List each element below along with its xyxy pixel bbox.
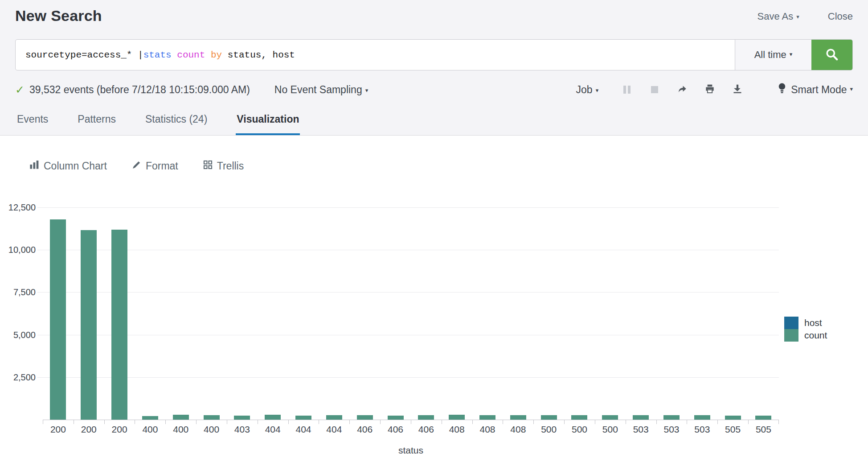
x-tick-label: 503	[656, 420, 687, 439]
bar-slot	[533, 208, 564, 420]
tab-statistics[interactable]: Statistics (24)	[144, 107, 208, 135]
axis-tick	[595, 420, 595, 424]
pause-icon	[628, 86, 631, 94]
print-icon	[704, 83, 715, 96]
bar-slot	[349, 208, 380, 420]
close-button[interactable]: Close	[828, 11, 853, 22]
chart-bar[interactable]	[510, 415, 526, 420]
x-axis-labels: 2002002004004004004034044044044064064064…	[43, 420, 779, 439]
x-tick-label: 406	[380, 420, 411, 439]
axis-tick	[380, 420, 381, 424]
chart-bar[interactable]	[694, 415, 710, 420]
bar-slot	[227, 208, 258, 420]
stop-button[interactable]	[645, 82, 664, 97]
y-tick-label: 12,500	[8, 202, 36, 213]
format-label: Format	[146, 160, 178, 172]
chart-bar[interactable]	[388, 416, 404, 420]
chart-bar[interactable]	[295, 416, 311, 420]
chart-bar[interactable]	[173, 415, 189, 420]
chart-bar[interactable]	[234, 416, 250, 420]
axis-tick	[227, 420, 227, 424]
axis-tick	[626, 420, 626, 424]
legend-item[interactable]: count	[784, 329, 868, 342]
x-tick-label: 500	[533, 420, 564, 439]
chevron-down-icon: ▾	[596, 87, 599, 94]
share-icon	[677, 83, 688, 96]
query-token: sourcetype=access_* |	[25, 50, 143, 60]
download-button[interactable]	[728, 82, 747, 97]
event-sampling-dropdown[interactable]: No Event Sampling▾	[274, 84, 368, 96]
axis-tick	[165, 420, 166, 424]
chart-bar[interactable]	[265, 415, 281, 420]
axis-tick	[533, 420, 534, 424]
bar-slot	[626, 208, 656, 420]
x-tick-label: 500	[564, 420, 595, 439]
x-tick-label: 503	[687, 420, 717, 439]
format-button[interactable]: Format	[132, 160, 178, 172]
time-range-picker[interactable]: All time▾	[735, 40, 811, 70]
share-button[interactable]	[672, 82, 692, 97]
query-token	[172, 50, 177, 60]
tab-patterns[interactable]: Patterns	[77, 107, 117, 135]
chart-bar[interactable]	[571, 415, 587, 420]
save-as-button[interactable]: Save As▾	[757, 11, 799, 22]
bar-slot	[442, 208, 472, 420]
chart-type-button[interactable]: Column Chart	[29, 160, 107, 172]
legend-item[interactable]: host	[784, 317, 868, 329]
y-tick-label: 5,000	[13, 330, 36, 340]
job-dropdown[interactable]: Job▾	[576, 84, 599, 96]
chart-bar[interactable]	[541, 415, 557, 420]
chart-bar[interactable]	[111, 230, 127, 420]
query-token: count	[177, 50, 205, 60]
axis-tick	[319, 420, 319, 424]
job-status-bar: ✓ 39,532 events (before 7/12/18 10:15:09…	[15, 78, 853, 102]
x-tick-label: 505	[748, 420, 779, 439]
print-button[interactable]	[700, 82, 720, 97]
chart-bar[interactable]	[725, 416, 741, 420]
download-icon	[732, 83, 743, 96]
x-tick-label: 408	[472, 420, 503, 439]
x-tick-label: 505	[717, 420, 748, 439]
chart-bar[interactable]	[418, 415, 434, 420]
chart-bar[interactable]	[81, 230, 97, 420]
chart-type-label: Column Chart	[44, 160, 107, 172]
time-range-label: All time	[754, 49, 786, 61]
chart-bar[interactable]	[663, 415, 680, 420]
bar-slot	[472, 208, 503, 420]
chart-bar[interactable]	[602, 415, 618, 420]
search-button[interactable]	[811, 40, 852, 70]
query-token: status, host	[222, 50, 295, 60]
chart-controls: Column Chart Format Trellis	[0, 156, 868, 176]
bar-slot	[564, 208, 595, 420]
tab-events[interactable]: Events	[16, 107, 49, 135]
axis-tick	[656, 420, 657, 424]
x-tick-label: 408	[503, 420, 533, 439]
chart-bar[interactable]	[50, 219, 66, 420]
legend-swatch	[784, 317, 798, 329]
bar-slot	[748, 208, 779, 420]
bar-slot	[411, 208, 442, 420]
bar-slot	[74, 208, 104, 420]
chart-bar[interactable]	[326, 415, 342, 420]
chart-bar[interactable]	[449, 415, 465, 420]
chart-bar[interactable]	[479, 415, 495, 420]
result-tabs: Events Patterns Statistics (24) Visualiz…	[0, 107, 868, 136]
chart-bar[interactable]	[204, 415, 220, 420]
search-mode-dropdown[interactable]: Smart Mode▾	[778, 82, 853, 97]
x-tick-label: 406	[349, 420, 380, 439]
trellis-button[interactable]: Trellis	[203, 160, 244, 172]
query-token: by	[211, 50, 222, 60]
pause-button[interactable]	[617, 82, 637, 97]
chart-bar[interactable]	[357, 415, 373, 420]
chart-bar[interactable]	[142, 416, 158, 420]
x-tick-label: 200	[74, 420, 104, 439]
lightbulb-icon	[778, 82, 791, 97]
axis-tick	[748, 420, 749, 424]
chart-bar[interactable]	[633, 415, 649, 420]
bar-slot	[687, 208, 717, 420]
axis-tick	[258, 420, 258, 424]
search-query-input[interactable]: sourcetype=access_* |stats count by stat…	[16, 40, 735, 70]
tab-visualization[interactable]: Visualization	[236, 107, 300, 135]
top-section: New Search Save As▾ Close sourcetype=acc…	[0, 0, 868, 136]
chart-bar[interactable]	[755, 416, 771, 420]
